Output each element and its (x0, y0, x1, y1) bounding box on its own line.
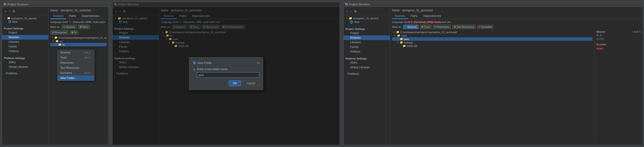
web-label-1: Web (12, 20, 18, 23)
root-folder-icon-1: 📁 (7, 17, 10, 20)
nav-facets-3[interactable]: Facets (344, 45, 390, 49)
add-source-btn[interactable]: + Add S (632, 30, 641, 33)
mark-resources-btn-1[interactable]: Resources (50, 30, 68, 34)
file-webinf-3[interactable]: 📁 WEB-INF (392, 44, 592, 48)
source-path-value: D:..\s (596, 34, 602, 37)
dialog-form: Enter a new folder name: OK Cancel (197, 68, 259, 86)
file-java-3[interactable]: 📁 java (392, 37, 592, 41)
ctx-tests-1[interactable]: Tests Alt+T (58, 55, 94, 60)
ctx-newfolder-1[interactable]: New Folder... (58, 75, 94, 81)
dialog-cancel-btn[interactable]: Cancel (243, 81, 259, 86)
mark-as-row-3: Mark as: Sources Tests Resources Test Re… (392, 25, 641, 29)
name-value-1: springmvc_01_quickstart (60, 9, 91, 12)
nav-libraries-1[interactable]: Libraries (2, 40, 48, 44)
split-content-3: ▼ 📁 D:\workspace\springmvc\springmvc_01_… (392, 30, 641, 143)
tree-section-3: ▼ 📁 springmvc_01_quickst 🌐 Web (344, 16, 390, 24)
nav-project-3[interactable]: Project (344, 31, 390, 35)
ctx-excluded-1[interactable]: Excluded Alt+E (58, 70, 94, 75)
dialog-label: Enter a new folder name: (197, 68, 259, 71)
dialog-buttons: OK Cancel (197, 81, 259, 86)
dialog-ok-btn[interactable]: OK (229, 81, 241, 86)
nav-project-1[interactable]: Project (2, 30, 48, 35)
file-webapp-3[interactable]: ▼ 📁 webapp (392, 41, 592, 44)
content-pane-3: Name: springmvc_01_quickstart Sources Pa… (390, 7, 642, 145)
tree-root-label-3: springmvc_01_quickst (353, 17, 378, 20)
nav-artifacts-1[interactable]: Artifacts (2, 49, 48, 53)
dialog-close-icon[interactable]: ✕ (257, 61, 259, 65)
tab-sources-1[interactable]: Sources (50, 13, 66, 19)
folder-icon-root-1: 📁 (54, 36, 58, 39)
file-root-1[interactable]: ▼ 📁 D:\workspace\springmvc\springmvc_01_… (50, 36, 106, 39)
nav-globallibs-1[interactable]: Global Libraries (2, 65, 48, 69)
ctx-resources-1[interactable]: Resources (58, 60, 94, 65)
nav-globallibs-3[interactable]: Global Libraries (344, 65, 390, 70)
dot-sources-1 (63, 26, 65, 28)
lang-label-1: Language level: (50, 21, 68, 23)
name-label-3: Name: (392, 9, 400, 12)
file-m-1[interactable]: ▼ 📁 m (50, 43, 106, 46)
tab-dependencies-3[interactable]: Dependencies (420, 13, 444, 19)
nav-problems-3[interactable]: Problems (344, 72, 390, 76)
nav-facets-1[interactable]: Facets (2, 44, 48, 49)
nav-artifacts-3[interactable]: Artifacts (344, 49, 390, 54)
titlebar-3: 🏗 Project Structure (344, 2, 642, 7)
tab-sources-3[interactable]: Sources (392, 13, 408, 19)
copy-btn-1[interactable]: ⧉ (12, 9, 16, 13)
platform-header-3: Platform Settings (344, 56, 390, 60)
sources-panel-3: Source + Add S D:..\s src/mai Exclude (594, 30, 641, 143)
tab-paths-1[interactable]: Paths (66, 13, 79, 19)
name-label-1: Name: (50, 9, 58, 12)
mark-tests-btn-3[interactable]: Tests (420, 25, 432, 29)
dialog-body: ? Enter a new folder name: OK Cancel (193, 68, 259, 86)
dialog-title: 🏗 New Folder ✕ (193, 61, 259, 65)
new-folder-input[interactable] (197, 72, 259, 78)
remove-btn-3[interactable]: − (350, 9, 353, 13)
copy-btn-3[interactable]: ⧉ (354, 9, 357, 13)
file-tree-1: ▼ 📁 D:\workspace\springmvc\springmvc_01_… (50, 36, 106, 143)
web-icon-3: 🌐 (350, 20, 353, 24)
annotation-arrow: ↓ 将新建的项目设置为源码目录 (406, 21, 441, 24)
mark-sources-btn-1[interactable]: Sources (62, 25, 76, 29)
file-src-1[interactable]: ▼ 📁 src (50, 39, 106, 43)
nav-sdks-3[interactable]: SDKs (344, 60, 390, 65)
nav-problems-1[interactable]: Problems (2, 71, 48, 76)
ps-icon-1: 🏗 (4, 3, 6, 6)
nav-modules-3[interactable]: Modules (344, 35, 390, 40)
panel3-window: 🏗 Project Structure + − ⧉ ▼ 📁 springmvc_… (344, 2, 643, 145)
dialog-title-icon: 🏗 (193, 61, 196, 65)
dot-tests-1 (80, 26, 82, 28)
file-main-3[interactable]: ▼ 📁 main (392, 34, 592, 37)
remove-btn-1[interactable]: − (8, 9, 11, 13)
web-item-3[interactable]: 🌐 Web (345, 20, 389, 24)
source-folder-label: src/mai (596, 37, 641, 40)
mark-sources-btn-3[interactable]: Sources (403, 25, 418, 29)
nav-sdks-1[interactable]: SDKs (2, 60, 48, 65)
annotation-text: 将新建的项目设置为源码目录 (408, 21, 441, 24)
excluded-item: target (596, 47, 641, 50)
nav-modules-1[interactable]: Modules (2, 35, 48, 40)
add-btn-3[interactable]: + (346, 9, 349, 13)
sidebar-toolbar-1: + − ⧉ (2, 9, 48, 15)
tree-root-1[interactable]: ▼ 📁 springmvc_01_quickst (3, 16, 47, 20)
new-folder-dialog: 🏗 New Folder ✕ ? Enter a new folder name… (189, 57, 263, 90)
nav-libraries-3[interactable]: Libraries (344, 40, 390, 45)
excluded-val: target (596, 47, 603, 50)
dialog-overlay-2: 🏗 New Folder ✕ ? Enter a new folder name… (112, 2, 340, 145)
tree-root-3[interactable]: ▼ 📁 springmvc_01_quickst (345, 16, 389, 20)
mark-tests-btn-1[interactable]: Tests (78, 25, 90, 29)
project-settings-header-3: Project Settings (344, 26, 390, 31)
mark-testres-btn-3[interactable]: Test Resources (452, 25, 476, 29)
tab-dependencies-1[interactable]: Dependencies (79, 13, 102, 19)
file-root-3[interactable]: ▼ 📁 D:\workspace\springmvc\springmvc_01_… (392, 30, 592, 34)
mark-as-row-1: Mark as: Sources Tests Resources Te (50, 25, 106, 34)
add-btn-1[interactable]: + (4, 9, 7, 13)
source-folder-val: src/mai (596, 37, 604, 40)
ctx-testres-1[interactable]: Test Resources (58, 65, 94, 70)
mark-excluded-btn-3[interactable]: Excluded (477, 25, 494, 29)
mark-test-resources-btn-1[interactable]: Te (70, 30, 78, 34)
mark-resources-btn-3[interactable]: Resources (433, 25, 451, 29)
tab-paths-3[interactable]: Paths (408, 13, 420, 19)
ctx-sources-1[interactable]: Sources Alt+S (58, 50, 94, 55)
dialog-title-label: New Folder (198, 61, 212, 65)
web-item-1[interactable]: 🌐 Web (3, 20, 47, 23)
